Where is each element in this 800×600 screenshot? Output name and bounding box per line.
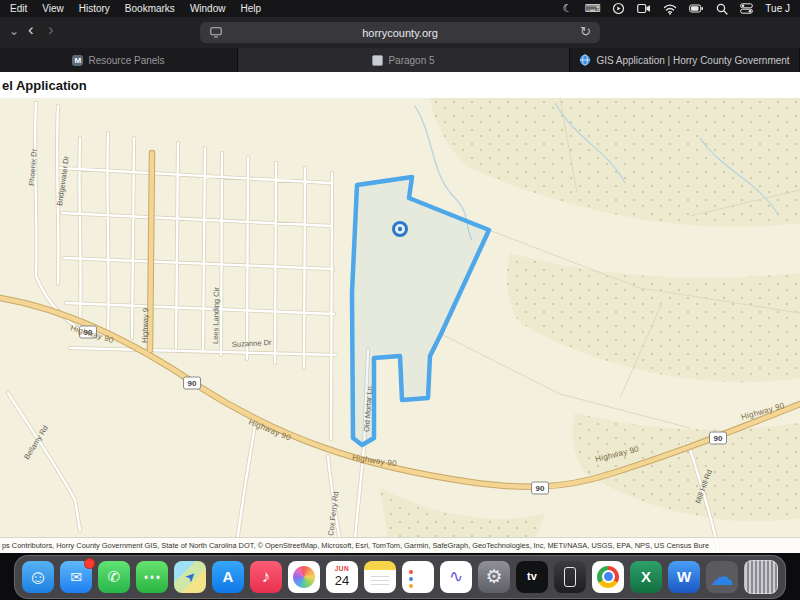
dock-icon-facetime[interactable]: ✆	[98, 561, 130, 593]
dock-icon-freeform[interactable]: ∿	[440, 561, 472, 593]
svg-text:90: 90	[714, 434, 723, 443]
excel-x-icon: X	[641, 569, 651, 584]
gear-icon: ⚙	[485, 567, 502, 586]
dock-icon-iphone-mirroring[interactable]	[554, 561, 586, 593]
tab-paragon-5[interactable]: Paragon 5	[238, 48, 570, 72]
menu-clock[interactable]: Tue J	[765, 3, 790, 14]
chevron-down-icon[interactable]: ⌄	[9, 24, 19, 38]
svg-text:90: 90	[536, 484, 545, 493]
desktop-screen: Edit View History Bookmarks Window Help …	[0, 0, 800, 600]
route-shield: 90	[710, 432, 727, 444]
dock-icon-chrome[interactable]	[592, 561, 624, 593]
wifi-icon[interactable]	[663, 3, 677, 15]
svg-text:90: 90	[188, 379, 197, 388]
reload-icon[interactable]: ↻	[580, 24, 591, 39]
dock-icon-messages[interactable]: ⋯	[136, 561, 168, 593]
battery-icon[interactable]	[689, 3, 704, 14]
dock-icon-onedrive[interactable]: ☁	[706, 561, 738, 593]
globe-icon	[579, 54, 591, 66]
road-label: Highway 9	[140, 308, 150, 343]
dock-icon-trash[interactable]	[744, 560, 778, 594]
url-text: horrycounty.org	[362, 27, 438, 39]
dock-icon-finder[interactable]: ☺	[22, 561, 54, 593]
parcel-marker[interactable]	[394, 223, 407, 236]
map-attribution: ps Contributors, Horry County Government…	[0, 537, 800, 553]
chat-bubble-icon: ⋯	[143, 568, 161, 586]
menu-bar: Edit View History Bookmarks Window Help …	[0, 0, 800, 17]
m-favicon-icon: M	[72, 55, 83, 66]
cloud-icon: ☁	[710, 565, 734, 589]
dock-icon-photos[interactable]	[288, 561, 320, 593]
menu-window[interactable]: Window	[190, 3, 226, 14]
route-shield: 90	[532, 482, 549, 494]
tab-label: Paragon 5	[388, 55, 434, 66]
forward-button[interactable]: ›	[48, 20, 54, 40]
menu-edit[interactable]: Edit	[10, 3, 27, 14]
dock-icon-word[interactable]: W	[668, 561, 700, 593]
calendar-day: 24	[335, 574, 349, 587]
tab-label: GIS Application | Horry County Governmen…	[596, 55, 789, 66]
document-favicon-icon	[372, 55, 383, 66]
page-title: el Application	[2, 78, 87, 93]
focus-moon-icon[interactable]: ☾	[563, 3, 573, 14]
dock-icon-tv[interactable]: tv	[516, 561, 548, 593]
video-icon[interactable]	[637, 3, 651, 14]
music-note-icon: ♪	[262, 568, 271, 585]
dock-zone: ☺ ✉ ✆ ⋯ ➤ A ♪ JUN24 ∿ ⚙ tv X W ☁	[0, 553, 800, 600]
route-shield: 90	[184, 377, 201, 389]
keyboard-icon[interactable]: ⌨	[584, 3, 600, 14]
menu-bookmarks[interactable]: Bookmarks	[125, 3, 175, 14]
dock-icon-mail[interactable]: ✉	[60, 561, 92, 593]
dock-icon-maps[interactable]: ➤	[174, 561, 206, 593]
app-store-a-icon: A	[223, 569, 234, 584]
tab-gis-application[interactable]: GIS Application | Horry County Governmen…	[570, 48, 800, 72]
address-bar[interactable]: horrycounty.org ↻	[200, 22, 600, 43]
search-icon[interactable]	[716, 3, 728, 15]
dock-icon-settings[interactable]: ⚙	[478, 561, 510, 593]
dock-icon-notes[interactable]	[364, 561, 396, 593]
dock-icon-excel[interactable]: X	[630, 561, 662, 593]
back-button[interactable]: ‹	[28, 20, 34, 40]
menu-history[interactable]: History	[79, 3, 110, 14]
browser-toolbar: ⌄ ‹ › horrycounty.org ↻	[0, 17, 800, 49]
dock-icon-reminders[interactable]	[402, 561, 434, 593]
website-icon	[210, 27, 222, 40]
envelope-icon: ✉	[70, 570, 82, 584]
tab-bar: M Resource Panels Paragon 5 GIS Applicat…	[0, 48, 800, 72]
dock-icon-app-store[interactable]: A	[212, 561, 244, 593]
tv-icon: tv	[527, 571, 537, 582]
facetime-camera-icon: ✆	[108, 569, 121, 584]
gis-map-canvas[interactable]: 90 90 90 90 Phoenix Dr Bridgewater Dr Hi…	[0, 98, 800, 553]
menu-help[interactable]: Help	[240, 3, 261, 14]
tab-label: Resource Panels	[88, 55, 164, 66]
road-label: Lees Landing Cir	[211, 287, 221, 344]
control-center-icon[interactable]	[740, 3, 753, 14]
dock-icon-calendar[interactable]: JUN24	[326, 561, 358, 593]
tab-resource-panels[interactable]: M Resource Panels	[0, 48, 238, 72]
page-header: el Application	[0, 72, 800, 98]
map-container: 90 90 90 90 Phoenix Dr Bridgewater Dr Hi…	[0, 98, 800, 553]
word-w-icon: W	[677, 569, 691, 584]
menu-view[interactable]: View	[42, 3, 64, 14]
calendar-month: JUN	[335, 566, 350, 573]
record-icon[interactable]	[612, 2, 625, 15]
freeform-squiggle-icon: ∿	[449, 568, 463, 585]
finder-face-icon: ☺	[28, 567, 48, 587]
dock-icon-music[interactable]: ♪	[250, 561, 282, 593]
notification-badge	[84, 558, 95, 569]
dock: ☺ ✉ ✆ ⋯ ➤ A ♪ JUN24 ∿ ⚙ tv X W ☁	[14, 555, 786, 599]
navigation-arrow-icon: ➤	[182, 568, 199, 585]
